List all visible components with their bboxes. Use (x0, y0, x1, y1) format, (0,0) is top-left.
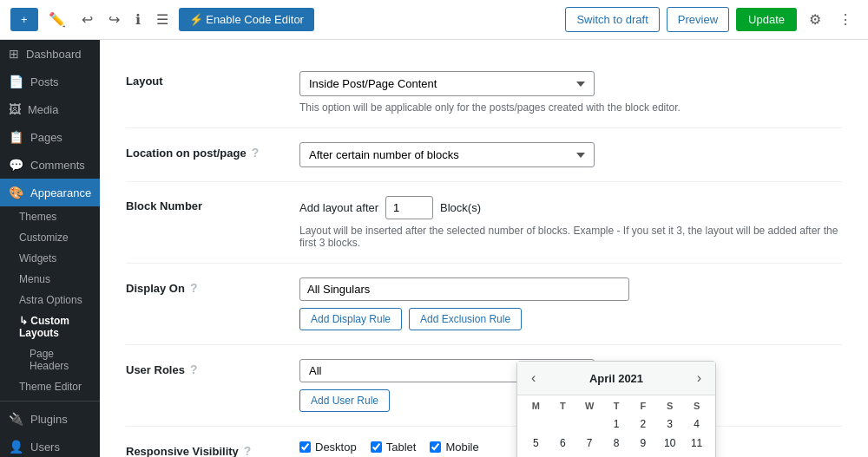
calendar-day-9[interactable]: 9 (629, 434, 656, 453)
singulars-input[interactable] (299, 277, 629, 301)
calendar-day-5[interactable]: 5 (523, 434, 549, 453)
calendar-day-3[interactable]: 3 (656, 415, 683, 434)
calendar-day-18[interactable]: 18 (683, 453, 710, 457)
weekday-t1: T (549, 401, 576, 411)
layout-label: Layout (126, 71, 299, 88)
sidebar-item-pages[interactable]: 📋 Pages (0, 123, 100, 151)
user-roles-help-icon[interactable]: ? (190, 362, 198, 376)
calendar-day-17[interactable]: 17 (656, 453, 683, 457)
mobile-checkbox-label[interactable]: Mobile (430, 441, 478, 454)
undo-btn[interactable]: ↩ (76, 8, 98, 31)
user-roles-label: User Roles ? (126, 359, 299, 376)
display-on-help-icon[interactable]: ? (190, 281, 198, 295)
posts-icon: 📄 (9, 75, 23, 88)
sidebar-item-users[interactable]: 👤 Users (0, 433, 100, 457)
calendar-day-4[interactable]: 4 (683, 415, 710, 434)
add-exclusion-rule-button[interactable]: Add Exclusion Rule (409, 308, 522, 330)
sidebar-item-astra-options[interactable]: Astra Options (19, 290, 100, 310)
preview-button[interactable]: Preview (667, 7, 729, 32)
tablet-checkbox-label[interactable]: Tablet (371, 441, 417, 454)
layout-row: Layout Inside Post/Page Content This opt… (126, 57, 842, 128)
display-on-content: Add Display Rule Add Exclusion Rule (299, 277, 842, 330)
calendar-day-11[interactable]: 11 (683, 434, 710, 453)
calendar-days: 1234567891011121314151617181920212223242… (523, 415, 710, 457)
enable-code-editor-button[interactable]: ⚡ Enable Code Editor (179, 8, 314, 31)
calendar-day-2[interactable]: 2 (629, 415, 656, 434)
calendar-prev-button[interactable]: ‹ (526, 369, 541, 388)
redo-btn[interactable]: ↪ (103, 8, 125, 31)
sidebar-item-plugins[interactable]: 🔌 Plugins (0, 405, 100, 433)
weekday-m: M (523, 401, 549, 411)
sidebar-item-theme-editor[interactable]: Theme Editor (19, 376, 100, 397)
desktop-checkbox[interactable] (299, 441, 311, 453)
weekday-w: W (576, 401, 603, 411)
sidebar-divider-1 (0, 401, 100, 402)
sidebar-item-widgets[interactable]: Widgets (19, 248, 100, 269)
location-row: Location on post/page ? After certain nu… (126, 128, 842, 182)
calendar-day-6[interactable]: 6 (549, 434, 576, 453)
weekday-t2: T (603, 401, 630, 411)
calendar-day-12[interactable]: 12 (523, 453, 549, 457)
responsive-row: Responsive Visibility ? Desktop Tablet (126, 427, 842, 457)
tablet-checkbox[interactable] (371, 441, 382, 453)
calendar-day-1[interactable]: 1 (603, 415, 630, 434)
custom-layouts-arrow: ↳ (19, 315, 30, 327)
dashboard-icon: ⊞ (9, 47, 19, 61)
sidebar-item-page-headers[interactable]: Page Headers (19, 343, 100, 376)
sidebar-item-customize[interactable]: Customize (19, 227, 100, 248)
content-area: Layout Inside Post/Page Content This opt… (100, 40, 868, 457)
list-btn[interactable]: ☰ (151, 8, 174, 31)
sidebar-item-menus[interactable]: Menus (19, 269, 100, 290)
responsive-label: Responsive Visibility ? (126, 441, 299, 457)
add-display-rule-button[interactable]: Add Display Rule (299, 308, 402, 330)
mobile-label: Mobile (445, 441, 478, 454)
sidebar-item-dashboard[interactable]: ⊞ Dashboard (0, 40, 100, 68)
calendar-next-button[interactable]: › (692, 369, 707, 388)
plus-icon: + (21, 13, 28, 26)
switch-to-draft-button[interactable]: Switch to draft (565, 7, 659, 32)
update-button[interactable]: Update (736, 8, 797, 31)
calendar-day-10[interactable]: 10 (656, 434, 683, 453)
topbar: + ✏️ ↩ ↪ ℹ ☰ ⚡ Enable Code Editor Switch… (0, 0, 868, 40)
sidebar-item-posts[interactable]: 📄 Posts (0, 68, 100, 95)
calendar-day-13[interactable]: 13 (549, 453, 576, 457)
display-on-label: Display On ? (126, 277, 299, 295)
calendar-day-16[interactable]: 16 (629, 453, 656, 457)
desktop-checkbox-label[interactable]: Desktop (299, 441, 357, 454)
sidebar: ⊞ Dashboard 📄 Posts 🖼 Media 📋 Pages 💬 Co… (0, 40, 100, 457)
sidebar-label-appearance: Appearance (30, 186, 91, 199)
rule-buttons: Add Display Rule Add Exclusion Rule (299, 308, 842, 330)
sidebar-item-custom-layouts[interactable]: ↳ Custom Layouts (19, 310, 100, 343)
edit-icon-btn[interactable]: ✏️ (43, 8, 71, 31)
calendar-empty-cell (576, 415, 603, 434)
calendar-day-8[interactable]: 8 (603, 434, 630, 453)
sidebar-label-plugins: Plugins (30, 413, 68, 426)
responsive-help-icon[interactable]: ? (244, 444, 252, 457)
add-button[interactable]: + (10, 8, 38, 31)
sidebar-item-media[interactable]: 🖼 Media (0, 95, 100, 123)
calendar-day-15[interactable]: 15 (603, 453, 630, 457)
sidebar-label-media: Media (28, 103, 58, 116)
add-user-rule-button[interactable]: Add User Rule (299, 389, 390, 412)
location-select[interactable]: After certain number of blocks (299, 142, 595, 167)
sidebar-item-themes[interactable]: Themes (19, 206, 100, 227)
location-help-icon[interactable]: ? (252, 146, 260, 160)
location-content: After certain number of blocks (299, 142, 842, 167)
mobile-checkbox[interactable] (430, 441, 441, 453)
block-number-input[interactable] (385, 196, 433, 219)
calendar-title: April 2021 (589, 372, 643, 385)
more-options-icon[interactable]: ⋮ (833, 8, 858, 31)
sidebar-label-posts: Posts (30, 75, 59, 88)
calendar-popup: ‹ April 2021 › M T W T F S S 12345678910… (516, 361, 716, 457)
pages-icon: 📋 (9, 130, 23, 144)
display-on-row: Display On ? Add Display Rule Add Exclus… (126, 264, 842, 345)
settings-gear-icon[interactable]: ⚙ (804, 8, 826, 31)
layout-select[interactable]: Inside Post/Page Content (299, 71, 595, 96)
layout-note: This option will be applicable only for … (299, 101, 842, 114)
calendar-day-7[interactable]: 7 (576, 434, 603, 453)
info-btn[interactable]: ℹ (130, 8, 146, 31)
calendar-day-14[interactable]: 14 (576, 453, 603, 457)
sidebar-item-appearance[interactable]: 🎨 Appearance (0, 179, 100, 206)
sidebar-item-comments[interactable]: 💬 Comments (0, 151, 100, 179)
calendar-grid: M T W T F S S 12345678910111213141516171… (517, 395, 715, 457)
